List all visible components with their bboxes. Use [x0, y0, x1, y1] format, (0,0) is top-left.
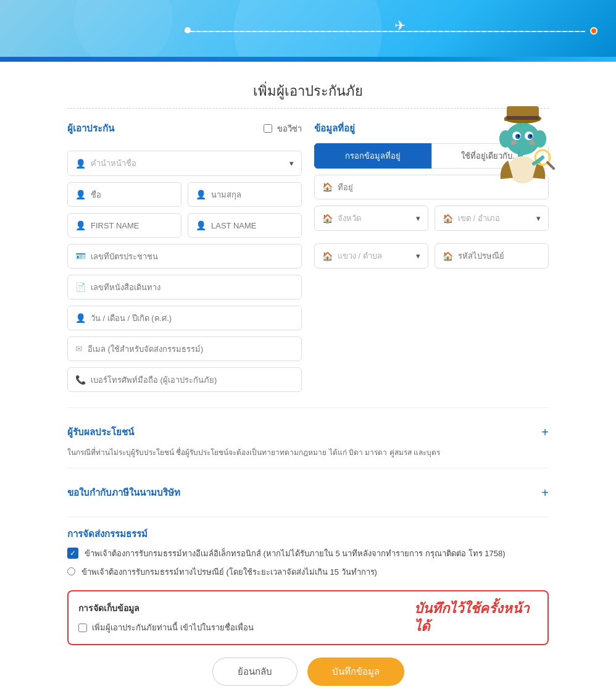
svg-line-18	[547, 162, 554, 169]
birthdate-field[interactable]: 👤	[67, 306, 302, 330]
banner-plane-icon: ✈	[394, 18, 406, 34]
beneficiary-description: ในกรณีที่ท่านไม่ระบุผู้รับประโยชน์ ชื่อผ…	[67, 447, 549, 459]
subdistrict-chevron: ▾	[416, 251, 420, 261]
address-icon: 🏠	[322, 182, 333, 192]
insured-section-title: ผู้เอาประกัน	[67, 121, 114, 136]
page-wrapper: เพิ่มผู้เอาประกันภัย ผู้เอาประกัน ขอวีซ่…	[0, 62, 616, 697]
banner-start-dot	[185, 27, 191, 33]
data-storage-promo: บันทึกไว้ใช้ครั้งหน้าได้	[414, 600, 538, 635]
last-name-en-input[interactable]	[211, 221, 294, 230]
tax-section-header[interactable]: ขอใบกำกับภาษีในนามบริษัท +	[67, 478, 549, 507]
svg-point-16	[508, 156, 538, 183]
first-name-th-input[interactable]	[91, 190, 173, 199]
name-prefix-placeholder: คำนำหน้าชื่อ	[91, 157, 285, 170]
banner-end-dot	[590, 27, 597, 35]
province-select[interactable]: 🏠 จังหวัด ▾	[314, 206, 428, 231]
data-storage-checkbox[interactable]	[78, 624, 87, 632]
district-chevron: ▾	[536, 214, 541, 223]
page-title: เพิ่มผู้เอาประกันภัย	[67, 80, 549, 102]
email-input[interactable]	[88, 344, 294, 354]
visa-checkbox-row: ขอวีซ่า	[264, 122, 302, 135]
first-name-en-input[interactable]	[91, 221, 173, 230]
phone-field[interactable]: 📞	[67, 367, 302, 392]
svg-point-15	[534, 130, 546, 148]
postcode-field[interactable]: 🏠	[435, 243, 549, 269]
mascot	[487, 99, 555, 194]
save-button[interactable]: บันทึกข้อมูล	[307, 657, 404, 686]
district-placeholder: เขต / อำเภอ	[458, 212, 531, 225]
passport-input[interactable]	[91, 283, 294, 292]
person-icon-5: 👤	[196, 220, 206, 230]
banner-bottom-strip	[0, 57, 616, 62]
svg-point-14	[499, 130, 512, 148]
data-storage-checkbox-label: เพิ่มผู้เอาประกันภัยท่านนี้ เข้าไปในรายช…	[92, 621, 254, 634]
postcode-input[interactable]	[458, 251, 541, 261]
first-name-th-field[interactable]: 👤	[67, 182, 181, 207]
visa-label: ขอวีซ่า	[277, 122, 302, 135]
district-icon: 🏠	[443, 214, 453, 223]
person-icon: 👤	[75, 159, 86, 169]
province-district-row: 🏠 จังหวัด ▾ 🏠 เขต / อำเภอ ▾	[314, 206, 549, 237]
subdistrict-placeholder: แขวง / ตำบล	[338, 249, 411, 262]
id-card-icon: 🪪	[75, 251, 86, 261]
section-divider-2	[67, 468, 549, 469]
thai-name-row: 👤 👤	[67, 182, 302, 213]
subdistrict-postcode-row: 🏠 แขวง / ตำบล ▾ 🏠	[314, 243, 549, 275]
subdistrict-icon: 🏠	[322, 251, 333, 261]
name-prefix-select[interactable]: 👤 คำนำหน้าชื่อ ▾	[67, 151, 302, 176]
form-layout: ผู้เอาประกัน ขอวีซ่า 👤 คำนำหน้าชื่อ ▾ 👤	[67, 121, 549, 398]
last-name-en-field[interactable]: 👤	[188, 213, 302, 238]
save-promo-text: บันทึกไว้ใช้ครั้งหน้าได้	[414, 600, 538, 635]
section-divider-3	[67, 517, 549, 517]
beneficiary-section-header[interactable]: ผู้รับผลประโยชน์ +	[67, 417, 549, 447]
svg-point-9	[518, 135, 520, 137]
last-name-th-input[interactable]	[211, 190, 294, 199]
email-delivery-checkbox[interactable]: ✓	[67, 548, 78, 559]
calendar-icon: 👤	[75, 313, 86, 323]
data-storage-title: การจัดเก็บข้อมูล	[78, 601, 404, 615]
email-delivery-item: ✓ ข้าพเจ้าต้องการรับกรมธรรม์ทางอีเมล์อิเ…	[67, 548, 549, 560]
phone-input[interactable]	[91, 375, 294, 385]
expand-icon-tax: +	[541, 486, 549, 500]
province-chevron: ▾	[416, 214, 420, 223]
postal-delivery-item: ข้าพเจ้าต้องการรับกรมธรรม์ทางไปรษณีย์ (โ…	[67, 566, 549, 578]
email-field[interactable]: ✉	[67, 336, 302, 361]
visa-checkbox[interactable]	[264, 124, 272, 133]
tab-enter-address[interactable]: กรอกข้อมูลที่อยู่	[314, 143, 431, 169]
data-storage-box: การจัดเก็บข้อมูล เพิ่มผู้เอาประกันภัยท่า…	[67, 590, 549, 645]
main-container: เพิ่มผู้เอาประกันภัย ผู้เอาประกัน ขอวีซ่…	[55, 62, 561, 697]
passport-field[interactable]: 📄	[67, 275, 302, 299]
section-divider-1	[67, 407, 549, 408]
svg-point-10	[530, 135, 532, 137]
person-icon-2: 👤	[75, 190, 86, 199]
chevron-down-icon: ▾	[289, 159, 294, 168]
person-icon-3: 👤	[196, 190, 206, 199]
subdistrict-select[interactable]: 🏠 แขวง / ตำบล ▾	[314, 243, 428, 269]
beneficiary-title: ผู้รับผลประโยชน์	[67, 425, 134, 440]
tax-title: ขอใบกำกับภาษีในนามบริษัท	[67, 485, 180, 500]
left-panel: ผู้เอาประกัน ขอวีซ่า 👤 คำนำหน้าชื่อ ▾ 👤	[67, 121, 302, 398]
back-button[interactable]: ย้อนกลับ	[212, 657, 298, 686]
postcode-icon: 🏠	[443, 251, 453, 261]
expand-icon-beneficiary: +	[541, 425, 549, 440]
email-icon: ✉	[75, 344, 83, 354]
data-storage-left: การจัดเก็บข้อมูล เพิ่มผู้เอาประกันภัยท่า…	[78, 601, 404, 634]
postal-delivery-label: ข้าพเจ้าต้องการรับกรมธรรม์ทางไปรษณีย์ (โ…	[81, 566, 377, 578]
svg-rect-3	[507, 116, 539, 120]
passport-icon: 📄	[75, 282, 86, 292]
province-placeholder: จังหวัด	[338, 212, 411, 225]
en-name-row: 👤 👤	[67, 213, 302, 244]
first-name-en-field[interactable]: 👤	[67, 213, 181, 238]
phone-icon: 📞	[75, 375, 86, 385]
province-icon: 🏠	[322, 214, 333, 223]
last-name-th-field[interactable]: 👤	[188, 182, 302, 207]
id-card-input[interactable]	[91, 252, 294, 261]
birthdate-input[interactable]	[91, 314, 294, 323]
banner-route-line	[185, 31, 585, 32]
postal-delivery-radio[interactable]	[67, 567, 75, 575]
id-card-field[interactable]: 🪪	[67, 244, 302, 269]
email-delivery-label: ข้าพเจ้าต้องการรับกรมธรรม์ทางอีเมล์อิเล็…	[85, 548, 505, 560]
header-banner: ✈	[0, 0, 616, 62]
district-select[interactable]: 🏠 เขต / อำเภอ ▾	[435, 206, 549, 231]
title-divider	[67, 108, 549, 109]
